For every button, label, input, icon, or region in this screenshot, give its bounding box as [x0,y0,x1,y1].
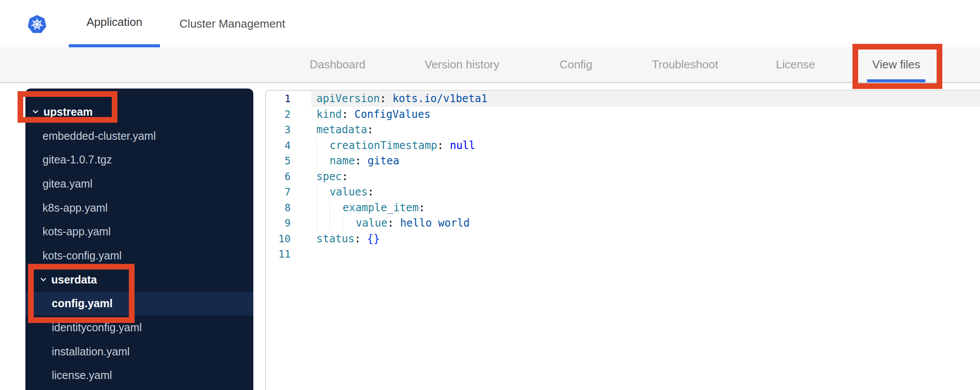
tree-file-identityconfig-yaml[interactable]: identityconfig.yaml [25,316,253,340]
tree-file-kots-app-yaml[interactable]: kots-app.yaml [25,220,253,244]
tree-folder-upstream[interactable]: upstream [25,100,253,124]
tree-file-k8s-app-yaml[interactable]: k8s-app.yaml [25,196,253,220]
code-text: kind: ConfigValues [311,107,980,123]
subnav-item-config[interactable]: Config [559,47,592,82]
code-line-3[interactable]: 3metadata: [266,122,980,138]
file-label: license.yaml [52,369,112,382]
file-label: embedded-cluster.yaml [43,130,156,142]
file-label: gitea.yaml [43,177,92,190]
line-number: 8 [266,200,291,216]
code-text: creationTimestamp: null [311,138,980,154]
folder-label: upstream [43,106,93,118]
yaml-file-viewer[interactable]: 1apiVersion: kots.io/v1beta12kind: Confi… [265,90,980,390]
code-line-4[interactable]: 4 creationTimestamp: null [266,138,980,154]
code-line-1[interactable]: 1apiVersion: kots.io/v1beta1 [266,91,980,107]
file-tree-sidebar: upstreamembedded-cluster.yamlgitea-1.0.7… [25,89,253,390]
code-text: value: hello world [311,216,980,231]
tree-file-gitea-yaml[interactable]: gitea.yaml [25,172,253,196]
subnav-item-dashboard[interactable]: Dashboard [309,47,365,82]
line-number: 6 [266,169,291,185]
code-lines: 1apiVersion: kots.io/v1beta12kind: Confi… [266,91,980,262]
code-line-8[interactable]: 8 example_item: [266,200,980,216]
code-text: values: [311,184,980,200]
code-text: example_item: [311,200,980,216]
line-number: 2 [266,107,291,123]
chevron-down-icon [32,108,39,115]
code-line-11[interactable]: 11 [266,247,980,262]
tree-file-kots-config-yaml[interactable]: kots-config.yaml [25,244,253,268]
code-text: status: {} [311,231,980,247]
code-line-7[interactable]: 7 values: [266,184,980,200]
line-number: 9 [266,216,291,231]
application-subnav: DashboardVersion historyConfigTroublesho… [0,47,980,83]
app-header: ApplicationCluster Management [0,0,980,47]
file-label: gitea-1.0.7.tgz [43,153,112,166]
line-number: 5 [266,153,291,169]
tab-application[interactable]: Application [69,0,160,47]
tree-file-embedded-cluster-yaml[interactable]: embedded-cluster.yaml [25,124,253,148]
subnav-item-view-files[interactable]: View files [872,47,920,82]
tree-file-gitea-1-0-7-tgz[interactable]: gitea-1.0.7.tgz [25,148,253,172]
file-label: config.yaml [52,297,113,310]
code-text: apiVersion: kots.io/v1beta1 [311,91,980,107]
tree-file-installation-yaml[interactable]: installation.yaml [25,340,253,364]
file-label: k8s-app.yaml [43,202,108,214]
line-number: 11 [266,247,291,262]
code-line-5[interactable]: 5 name: gitea [266,153,980,169]
line-number: 10 [266,231,291,247]
code-text [311,247,980,262]
tree-folder-userdata[interactable]: userdata [25,268,253,292]
code-text: spec: [311,169,980,185]
file-label: identityconfig.yaml [52,321,142,334]
line-number: 7 [266,184,291,200]
code-line-9[interactable]: 9 value: hello world [266,216,980,231]
subnav-item-version-history[interactable]: Version history [425,47,500,82]
tab-cluster-management[interactable]: Cluster Management [169,0,296,47]
chevron-down-icon [40,276,47,283]
code-text: metadata: [311,122,980,138]
subnav-item-license[interactable]: License [776,47,815,82]
code-line-6[interactable]: 6spec: [266,169,980,185]
tree-file-license-yaml[interactable]: license.yaml [25,364,253,388]
code-line-2[interactable]: 2kind: ConfigValues [266,107,980,123]
file-label: kots-app.yaml [43,225,111,238]
line-number: 1 [266,91,291,107]
tree-file-config-yaml[interactable]: config.yaml [25,292,253,316]
file-label: installation.yaml [52,345,130,358]
subnav-item-troubleshoot[interactable]: Troubleshoot [652,47,718,82]
code-line-10[interactable]: 10status: {} [266,231,980,247]
folder-label: userdata [51,273,97,286]
line-number: 3 [266,122,291,138]
file-label: kots-config.yaml [43,249,122,262]
app-level-tabs: ApplicationCluster Management [0,0,980,47]
code-text: name: gitea [311,153,980,169]
line-number: 4 [266,138,291,154]
